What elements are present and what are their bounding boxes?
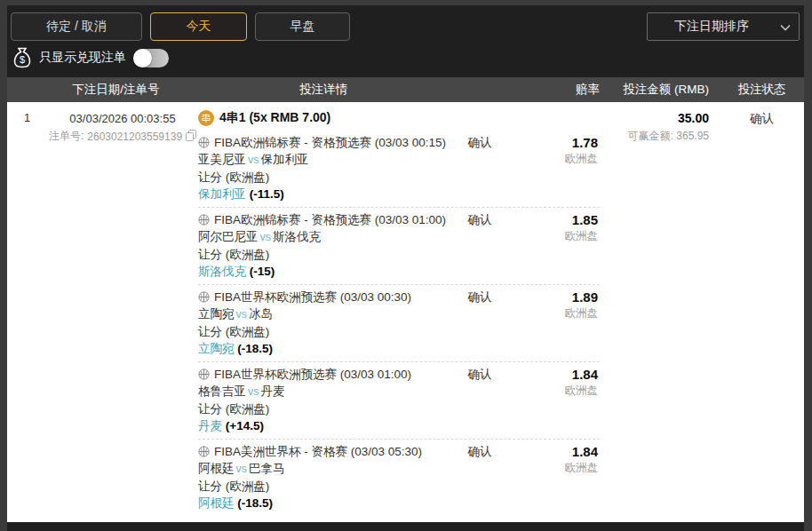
- leg-teams: 阿根廷vs巴拿马: [198, 460, 449, 478]
- odds-value: 1.84: [511, 366, 598, 383]
- filter-today-button[interactable]: 今天: [150, 12, 247, 41]
- bet-leg: FIBA世界杯欧洲预选赛 (03/03 01:00) 格鲁吉亚vs丹麦 让分 (…: [198, 362, 600, 440]
- header-main: 投注详情 赔率: [198, 82, 600, 98]
- money-bag-icon: $: [12, 47, 32, 68]
- leg-pick: 立陶宛: [198, 342, 235, 355]
- potential-win-line: 可赢金额: 365.95: [600, 129, 709, 144]
- odds-type: 欧洲盘: [511, 151, 598, 167]
- vs-label: vs: [235, 463, 250, 475]
- header-odds: 赔率: [511, 82, 600, 98]
- odds-type: 欧洲盘: [511, 460, 598, 476]
- odds-type: 欧洲盘: [511, 305, 598, 321]
- leg-league-text: FIBA欧洲锦标赛 - 资格预选赛 (03/03 00:15): [214, 136, 446, 149]
- sort-dropdown[interactable]: 下注日期排序: [647, 12, 800, 41]
- leg-pick-line: 丹麦 (+14.5): [198, 417, 449, 434]
- leg-text: FIBA世界杯欧洲预选赛 (03/03 01:00) 格鲁吉亚vs丹麦 让分 (…: [198, 366, 449, 434]
- leg-pick-line: 斯洛伐克 (-15): [198, 263, 449, 280]
- header-leg-status-spacer: [449, 82, 511, 98]
- cashout-toggle-label: 只显示兑现注单: [39, 50, 126, 66]
- leg-pick: 阿根廷: [198, 496, 235, 510]
- leg-pick-line: 阿根廷 (-18.5): [198, 495, 449, 511]
- header-details: 投注详情: [198, 82, 449, 98]
- filter-pending-cancel-button[interactable]: 待定 / 取消: [11, 12, 142, 41]
- basketball-icon: [198, 137, 210, 148]
- toggle-knob: [133, 49, 152, 67]
- leg-league-text: FIBA欧洲锦标赛 - 资格预选赛 (03/03 01:00): [214, 213, 446, 226]
- leg-handicap: (-11.5): [250, 187, 284, 201]
- bet-amount-column: 35.00 可赢金额: 365.95: [600, 102, 720, 516]
- bet-leg: FIBA欧洲锦标赛 - 资格预选赛 (03/03 01:00) 阿尔巴尼亚vs斯…: [198, 208, 600, 285]
- leg-text: FIBA欧洲锦标赛 - 资格预选赛 (03/03 00:15) 亚美尼亚vs保加…: [198, 134, 449, 202]
- leg-teams: 亚美尼亚vs保加利亚: [198, 151, 449, 169]
- leg-pick-line: 立陶宛 (-18.5): [198, 340, 449, 357]
- leg-handicap: (-18.5): [237, 496, 273, 510]
- leg-teams: 阿尔巴尼亚vs斯洛伐克: [198, 228, 449, 246]
- away-team: 冰岛: [249, 307, 273, 321]
- leg-text: FIBA世界杯欧洲预选赛 (03/03 00:30) 立陶宛vs冰岛 让分 (欧…: [198, 289, 449, 357]
- date-block: 03/03/2026 00:03:55 注单号: 260302120355913…: [47, 111, 198, 516]
- leg-league: FIBA世界杯欧洲预选赛 (03/03 00:30): [198, 289, 449, 305]
- leg-league: FIBA欧洲锦标赛 - 资格预选赛 (03/03 00:15): [198, 134, 449, 151]
- bet-date-column: 1 03/03/2026 00:03:55 注单号: 2603021203559…: [7, 102, 198, 516]
- away-team: 保加利亚: [261, 153, 309, 166]
- bet-history-screen: 待定 / 取消 今天 早盘 $ 只显示兑现注单 下注日期排序: [0, 0, 812, 531]
- leg-status: 确认: [449, 443, 511, 511]
- home-team: 立陶宛: [198, 307, 235, 321]
- parlay-header: 串 4串1 (5x RMB 7.00): [198, 108, 600, 128]
- vs-label: vs: [246, 154, 261, 166]
- vs-label: vs: [246, 385, 261, 398]
- leg-odds: 1.89 欧洲盘: [511, 289, 600, 357]
- home-team: 亚美尼亚: [198, 153, 246, 166]
- leg-status: 确认: [449, 366, 511, 434]
- leg-odds: 1.85 欧洲盘: [511, 211, 600, 280]
- odds-value: 1.85: [511, 211, 598, 228]
- potential-win-amount: 365.95: [676, 130, 709, 142]
- basketball-icon: [198, 446, 210, 457]
- home-team: 阿尔巴尼亚: [198, 230, 259, 243]
- leg-market: 让分 (欧洲盘): [198, 323, 449, 340]
- leg-status: 确认: [449, 289, 511, 357]
- bet-leg: FIBA欧洲锦标赛 - 资格预选赛 (03/03 00:15) 亚美尼亚vs保加…: [198, 131, 600, 208]
- leg-status: 确认: [449, 211, 511, 280]
- table-header: 下注日期/注单号 投注详情 赔率 投注金额 (RMB) 投注状态: [7, 77, 804, 102]
- leg-market: 让分 (欧洲盘): [198, 400, 449, 417]
- header-date: 下注日期/注单号: [7, 82, 198, 98]
- leg-league-text: FIBA世界杯欧洲预选赛 (03/03 01:00): [214, 368, 411, 381]
- header-amount: 投注金额 (RMB): [600, 82, 720, 98]
- header-status: 投注状态: [720, 82, 804, 98]
- cashout-toggle[interactable]: [133, 49, 169, 67]
- leg-league: FIBA欧洲锦标赛 - 资格预选赛 (03/03 01:00): [198, 211, 449, 228]
- table-body: 1 03/03/2026 00:03:55 注单号: 2603021203559…: [7, 102, 804, 522]
- home-team: 格鲁吉亚: [198, 384, 246, 398]
- away-team: 斯洛伐克: [273, 230, 321, 243]
- leg-status: 确认: [449, 134, 511, 202]
- leg-handicap: (+14.5): [226, 419, 264, 432]
- leg-handicap: (-18.5): [237, 342, 273, 355]
- copy-icon[interactable]: [186, 130, 196, 144]
- parlay-title: 4串1 (5x RMB 7.00): [219, 110, 330, 126]
- leg-pick: 丹麦: [198, 419, 222, 432]
- parlay-badge-icon: 串: [198, 110, 214, 126]
- leg-odds: 1.78 欧洲盘: [511, 134, 600, 202]
- leg-league: FIBA世界杯欧洲预选赛 (03/03 01:00): [198, 366, 449, 383]
- leg-market: 让分 (欧洲盘): [198, 478, 449, 495]
- svg-text:$: $: [20, 54, 25, 65]
- leg-teams: 格鲁吉亚vs丹麦: [198, 383, 449, 400]
- bet-status: 确认: [750, 112, 774, 125]
- basketball-icon: [198, 291, 210, 303]
- leg-market: 让分 (欧洲盘): [198, 246, 449, 263]
- leg-text: FIBA欧洲锦标赛 - 资格预选赛 (03/03 01:00) 阿尔巴尼亚vs斯…: [198, 211, 449, 280]
- cashout-toggle-row: $ 只显示兑现注单: [12, 47, 804, 68]
- leg-handicap: (-15): [250, 265, 275, 278]
- away-team: 巴拿马: [249, 462, 285, 475]
- odds-value: 1.84: [511, 443, 598, 460]
- bet-row: 1 03/03/2026 00:03:55 注单号: 2603021203559…: [7, 102, 804, 516]
- leg-odds: 1.84 欧洲盘: [511, 443, 600, 511]
- filter-early-button[interactable]: 早盘: [255, 12, 350, 41]
- bet-history-panel: 待定 / 取消 今天 早盘 $ 只显示兑现注单 下注日期排序: [7, 5, 804, 531]
- potential-win-label: 可赢金额:: [628, 130, 673, 142]
- stake-amount: 35.00: [600, 110, 709, 127]
- home-team: 阿根廷: [198, 462, 235, 475]
- odds-type: 欧洲盘: [511, 228, 598, 244]
- bet-placed-datetime: 03/03/2026 00:03:55: [47, 111, 198, 127]
